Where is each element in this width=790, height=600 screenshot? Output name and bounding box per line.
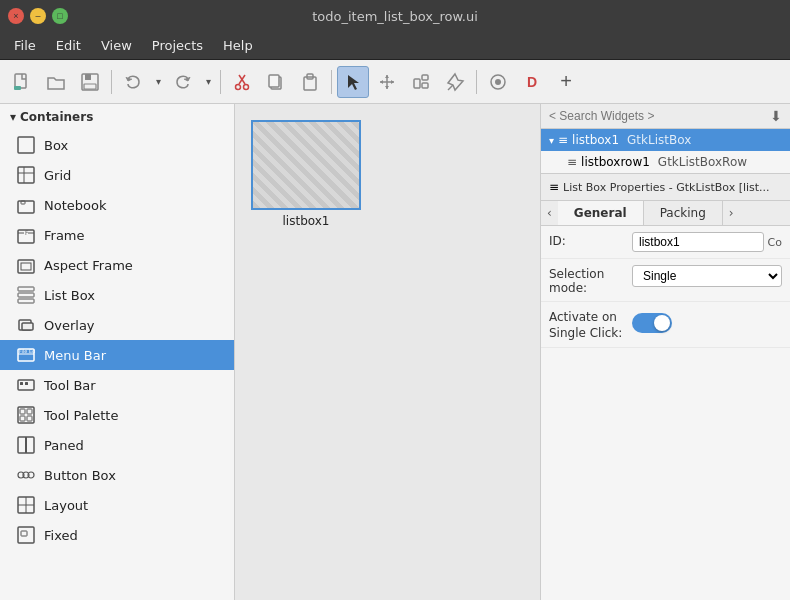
overlay-icon <box>16 315 36 335</box>
open-button[interactable] <box>40 66 72 98</box>
canvas-area[interactable]: listbox1 <box>235 104 540 600</box>
tab-packing[interactable]: Packing <box>644 201 723 225</box>
svg-rect-15 <box>422 83 428 88</box>
window-controls: × – □ <box>8 8 68 24</box>
section-arrow: ▾ <box>10 110 16 124</box>
left-panel: ▾ Containers Box Grid Notebook F Fr <box>0 104 235 600</box>
widget-edit-button[interactable] <box>405 66 437 98</box>
svg-rect-33 <box>18 299 34 303</box>
menu-help[interactable]: Help <box>213 34 263 57</box>
sidebar-item-menu-bar[interactable]: File Edit Menu Bar <box>0 340 234 370</box>
svg-rect-46 <box>27 416 32 421</box>
svg-rect-3 <box>85 74 91 80</box>
box-icon <box>16 135 36 155</box>
tab-general[interactable]: General <box>558 201 644 225</box>
menu-file[interactable]: File <box>4 34 46 57</box>
menu-edit[interactable]: Edit <box>46 34 91 57</box>
save-button[interactable] <box>74 66 106 98</box>
maximize-button[interactable]: □ <box>52 8 68 24</box>
sidebar-item-label: Tool Palette <box>44 408 118 423</box>
svg-line-16 <box>448 85 453 90</box>
sidebar-item-overlay[interactable]: Overlay <box>0 310 234 340</box>
menu-bar-sidebar-icon: File Edit <box>16 345 36 365</box>
sidebar-item-label: Fixed <box>44 528 78 543</box>
props-tab-left-arrow[interactable]: ‹ <box>541 201 558 225</box>
undo-button[interactable] <box>117 66 149 98</box>
svg-rect-20 <box>18 167 34 183</box>
sidebar-item-tool-palette[interactable]: Tool Palette <box>0 400 234 430</box>
widget-tree: ⬇ ▾ ≡ listbox1 GtkListBox ≡ listboxrow1 … <box>541 104 790 174</box>
new-button[interactable] <box>6 66 38 98</box>
sidebar-item-paned[interactable]: Paned <box>0 430 234 460</box>
copy-button[interactable] <box>260 66 292 98</box>
tree-expand-arrow[interactable]: ▾ <box>549 135 554 146</box>
separator-3 <box>331 70 332 94</box>
containers-section-header[interactable]: ▾ Containers <box>0 104 234 130</box>
sidebar-item-label: Paned <box>44 438 84 453</box>
redo-arrow[interactable]: ▾ <box>201 66 215 98</box>
tree-item-listboxrow1[interactable]: ≡ listboxrow1 GtkListBoxRow <box>541 151 790 173</box>
cut-button[interactable] <box>226 66 258 98</box>
search-bar: ⬇ <box>541 104 790 129</box>
sidebar-item-fixed[interactable]: Fixed <box>0 520 234 550</box>
sidebar-item-box[interactable]: Box <box>0 130 234 160</box>
prop-input-id[interactable] <box>632 232 764 252</box>
prop-select-selection-mode[interactable]: Single None Browse Multiple <box>632 265 782 287</box>
activate-click-toggle[interactable] <box>632 313 672 333</box>
prop-label-activate-click: Activate on Single Click: <box>549 308 624 341</box>
pin-button[interactable] <box>439 66 471 98</box>
add-button[interactable]: + <box>550 66 582 98</box>
svg-rect-10 <box>269 75 279 87</box>
menu-view[interactable]: View <box>91 34 142 57</box>
svg-rect-56 <box>21 531 27 536</box>
minimize-button[interactable]: – <box>30 8 46 24</box>
svg-rect-24 <box>21 201 25 204</box>
undo-arrow[interactable]: ▾ <box>151 66 165 98</box>
tree-item-listbox1[interactable]: ▾ ≡ listbox1 GtkListBox <box>541 129 790 151</box>
button-box-icon <box>16 465 36 485</box>
right-panel: ⬇ ▾ ≡ listbox1 GtkListBox ≡ listboxrow1 … <box>540 104 790 600</box>
toggle-knob <box>654 315 670 331</box>
widget-button[interactable] <box>482 66 514 98</box>
sidebar-item-label: List Box <box>44 288 95 303</box>
menu-projects[interactable]: Projects <box>142 34 213 57</box>
search-input[interactable] <box>549 109 766 123</box>
paste-button[interactable] <box>294 66 326 98</box>
svg-point-8 <box>244 84 249 89</box>
listbox-tree-icon: ≡ <box>558 133 568 147</box>
move-button[interactable] <box>371 66 403 98</box>
close-button[interactable]: × <box>8 8 24 24</box>
separator-1 <box>111 70 112 94</box>
sidebar-item-frame[interactable]: F Frame <box>0 220 234 250</box>
sidebar-item-tool-bar[interactable]: Tool Bar <box>0 370 234 400</box>
props-header-label: List Box Properties - GtkListBox [list..… <box>563 181 770 194</box>
sidebar-item-label: Grid <box>44 168 71 183</box>
svg-rect-43 <box>20 409 25 414</box>
sidebar-item-notebook[interactable]: Notebook <box>0 190 234 220</box>
sidebar-item-aspect-frame[interactable]: Aspect Frame <box>0 250 234 280</box>
props-tab-right-arrow[interactable]: › <box>723 201 740 225</box>
prop-label-id: ID: <box>549 232 624 248</box>
sidebar-item-button-box[interactable]: Button Box <box>0 460 234 490</box>
prop-value-selection-mode: Single None Browse Multiple <box>632 265 782 287</box>
download-icon[interactable]: ⬇ <box>770 108 782 124</box>
prop-value-id: Co <box>632 232 782 252</box>
canvas-widget[interactable]: listbox1 <box>251 120 361 228</box>
svg-rect-30 <box>21 263 31 270</box>
sidebar-item-layout[interactable]: Layout <box>0 490 234 520</box>
tree-item-type: GtkListBox <box>627 133 691 147</box>
list-box-icon <box>16 285 36 305</box>
redo-button[interactable] <box>167 66 199 98</box>
svg-rect-1 <box>14 86 21 90</box>
svg-rect-4 <box>84 84 96 89</box>
listbox-widget[interactable] <box>251 120 361 210</box>
sidebar-item-grid[interactable]: Grid <box>0 160 234 190</box>
sidebar-item-label: Box <box>44 138 68 153</box>
sidebar-item-list-box[interactable]: List Box <box>0 280 234 310</box>
select-button[interactable] <box>337 66 369 98</box>
svg-rect-32 <box>18 293 34 297</box>
sidebar-item-label: Notebook <box>44 198 106 213</box>
toolbar: ▾ ▾ D + <box>0 60 790 104</box>
debug-button[interactable]: D <box>516 66 548 98</box>
props-header-icon: ≡ <box>549 180 559 194</box>
